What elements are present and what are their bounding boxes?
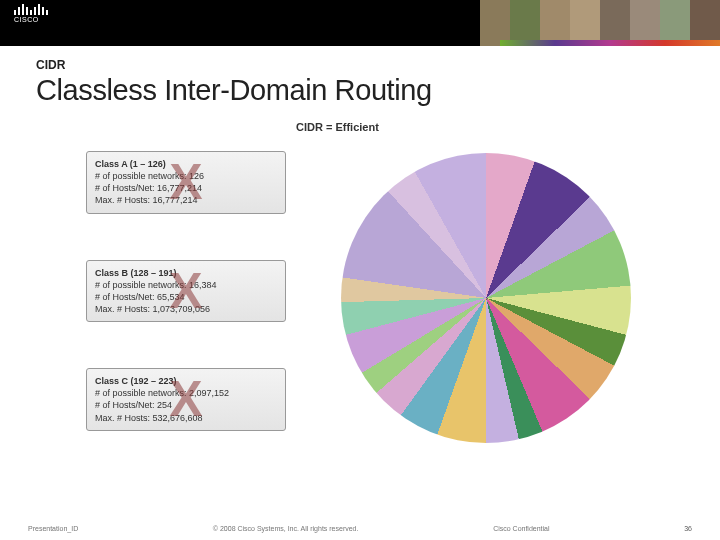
class-b-card: Class B (128 – 191) # of possible networ…: [86, 260, 286, 323]
card-title: Class C (192 – 223): [95, 375, 277, 387]
cisco-logo: CISCO: [14, 4, 48, 23]
card-line: # of Hosts/Net: 65,534: [95, 291, 277, 303]
card-title: Class A (1 – 126): [95, 158, 277, 170]
cidr-pie-chart: [341, 153, 631, 443]
slide-footer: Presentation_ID © 2008 Cisco Systems, In…: [0, 525, 720, 532]
footer-page-number: 36: [684, 525, 692, 532]
card-line: Max. # Hosts: 16,777,214: [95, 194, 277, 206]
card-line: Max. # Hosts: 532,676,608: [95, 412, 277, 424]
class-c-card: Class C (192 – 223) # of possible networ…: [86, 368, 286, 431]
card-title: Class B (128 – 191): [95, 267, 277, 279]
slide-topic: CIDR: [36, 58, 720, 72]
card-line: # of Hosts/Net: 254: [95, 399, 277, 411]
slide-title: Classless Inter-Domain Routing: [36, 74, 720, 107]
class-a-card: Class A (1 – 126) # of possible networks…: [86, 151, 286, 214]
cidr-efficient-label: CIDR = Efficient: [296, 121, 379, 133]
card-line: Max. # Hosts: 1,073,709,056: [95, 303, 277, 315]
gradient-bar: [500, 40, 720, 46]
class-cards: Class A (1 – 126) # of possible networks…: [86, 151, 286, 477]
header-collage: [480, 0, 720, 46]
header-bar: CISCO: [0, 0, 720, 46]
footer-presentation-id: Presentation_ID: [28, 525, 78, 532]
card-line: # of possible networks: 16,384: [95, 279, 277, 291]
logo-text: CISCO: [14, 16, 48, 23]
footer-copyright: © 2008 Cisco Systems, Inc. All rights re…: [213, 525, 359, 532]
card-line: # of possible networks: 2,097,152: [95, 387, 277, 399]
card-line: # of Hosts/Net: 16,777,214: [95, 182, 277, 194]
card-line: # of possible networks: 126: [95, 170, 277, 182]
footer-confidential: Cisco Confidential: [493, 525, 549, 532]
